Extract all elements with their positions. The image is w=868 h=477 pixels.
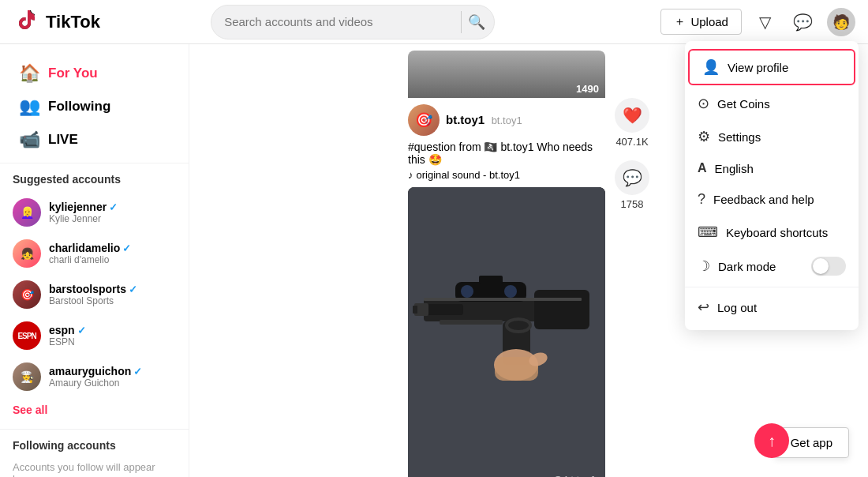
suggested-accounts-list: 👱‍♀️ kyliejenner ✓ Kylie Jenner 👧 charli… — [0, 192, 189, 397]
home-icon: 🏠 — [19, 63, 40, 84]
avatar-amauryguichon: 👨‍🍳 — [13, 362, 41, 391]
dropdown-english[interactable]: A English — [685, 153, 859, 183]
avatar-charlidamelio: 👧 — [13, 239, 41, 268]
see-all-button[interactable]: See all — [0, 397, 189, 423]
video-author-avatar[interactable]: 🎯 — [408, 104, 440, 136]
dropdown-menu: 👤 View profile ⊙ Get Coins ⚙ Settings A … — [685, 41, 859, 330]
main-nav: 🏠 For You 👥 Following 📹 LIVE — [0, 57, 189, 156]
user-icon: 👤 — [702, 58, 720, 76]
video-main-thumbnail[interactable]: @ bt.toy1 — [408, 187, 605, 477]
svg-rect-14 — [424, 298, 582, 301]
video-card: 1490 🎯 bt.toy1 bt.toy1 #question from 🏴‍… — [408, 51, 605, 477]
settings-icon: ⚙ — [698, 128, 710, 145]
nav-live[interactable]: 📹 LIVE — [6, 123, 182, 156]
following-hint: Accounts you follow will appear here — [0, 458, 189, 477]
header-right: ＋ Upload ▽ 💬 🧑 — [660, 8, 855, 36]
following-accounts-title: Following accounts — [0, 429, 189, 458]
logo-text: TikTok — [46, 12, 100, 32]
tiktok-logo-icon — [13, 8, 41, 36]
verified-badge: ✓ — [129, 284, 137, 295]
verified-badge: ✓ — [77, 325, 86, 336]
video-view-count: 1490 — [576, 83, 599, 95]
upload-button[interactable]: ＋ Upload — [660, 9, 742, 35]
comment-icon: 💬 — [615, 160, 649, 195]
svg-point-12 — [461, 285, 473, 298]
svg-rect-17 — [413, 306, 417, 314]
messages-icon-button[interactable]: 💬 — [789, 8, 817, 36]
dropdown-logout[interactable]: ↩ Log out — [685, 291, 859, 324]
video-area: 1490 🎯 bt.toy1 bt.toy1 #question from 🏴‍… — [408, 44, 649, 477]
video-author-row: 🎯 bt.toy1 bt.toy1 — [408, 104, 605, 136]
logout-icon: ↩ — [698, 299, 709, 316]
video-description: #question from 🏴‍☠️ bt.toy1 Who needs th… — [408, 141, 605, 166]
account-item-kyliejenner[interactable]: 👱‍♀️ kyliejenner ✓ Kylie Jenner — [0, 192, 189, 233]
inbox-icon-button[interactable]: ▽ — [751, 8, 780, 36]
logo-area: TikTok — [13, 8, 123, 36]
following-icon: 👥 — [19, 96, 40, 117]
moon-icon: ☽ — [698, 257, 710, 275]
video-sound: ♪ original sound - bt.toy1 — [408, 169, 605, 181]
svg-rect-5 — [479, 276, 503, 284]
search-input[interactable] — [211, 5, 495, 39]
music-note-icon: ♪ — [408, 169, 413, 181]
dropdown-view-profile[interactable]: 👤 View profile — [690, 51, 854, 84]
account-item-amauryguichon[interactable]: 👨‍🍳 amauryguichon ✓ Amaury Guichon — [0, 356, 189, 397]
dropdown-dark-mode[interactable]: ☽ Dark mode — [685, 249, 859, 284]
svg-rect-3 — [534, 290, 589, 329]
like-button[interactable]: ❤️ 407.1K — [615, 98, 649, 148]
account-item-barstoolsports[interactable]: 🎯 barstoolsports ✓ Barstool Sports — [0, 274, 189, 315]
avatar-espn: ESPN — [13, 321, 41, 350]
svg-rect-15 — [440, 320, 503, 325]
dropdown-divider — [685, 287, 859, 287]
video-thumbnail-top[interactable]: 1490 — [408, 51, 605, 98]
search-bar: 🔍 — [211, 5, 495, 39]
scroll-to-top-button[interactable]: ↑ — [754, 423, 789, 458]
plus-icon: ＋ — [674, 14, 686, 29]
sidebar: 🏠 For You 👥 Following 📹 LIVE Suggested a… — [0, 44, 189, 477]
help-icon: ? — [698, 191, 705, 208]
nav-for-you[interactable]: 🏠 For You — [6, 57, 182, 90]
dropdown-settings[interactable]: ⚙ Settings — [685, 120, 859, 153]
account-item-charlidamelio[interactable]: 👧 charlidamelio ✓ charli d'amelio — [0, 233, 189, 274]
live-icon: 📹 — [19, 130, 40, 150]
dropdown-get-coins[interactable]: ⊙ Get Coins — [685, 87, 859, 120]
verified-badge: ✓ — [122, 242, 131, 254]
language-icon: A — [698, 161, 707, 175]
coins-icon: ⊙ — [698, 95, 709, 112]
svg-point-13 — [504, 285, 517, 298]
nav-following[interactable]: 👥 Following — [6, 90, 182, 123]
heart-icon: ❤️ — [615, 98, 649, 133]
video-info: 🎯 bt.toy1 bt.toy1 #question from 🏴‍☠️ bt… — [408, 98, 605, 187]
dropdown-feedback[interactable]: ? Feedback and help — [685, 183, 859, 216]
dark-mode-toggle[interactable] — [811, 257, 846, 276]
verified-badge: ✓ — [133, 366, 142, 377]
search-icon[interactable]: 🔍 — [468, 13, 485, 31]
avatar-kyliejenner: 👱‍♀️ — [13, 198, 41, 227]
verified-badge: ✓ — [109, 201, 118, 213]
search-divider — [461, 11, 462, 33]
keyboard-icon: ⌨ — [698, 223, 718, 241]
toggle-knob — [813, 258, 829, 274]
comment-button[interactable]: 💬 1758 — [615, 160, 649, 210]
video-actions: ❤️ 407.1K 💬 1758 — [615, 51, 649, 477]
header: TikTok 🔍 ＋ Upload ▽ 💬 🧑 — [0, 0, 868, 44]
dropdown-keyboard[interactable]: ⌨ Keyboard shortcuts — [685, 216, 859, 249]
suggested-accounts-title: Suggested accounts — [0, 163, 189, 192]
profile-avatar-button[interactable]: 🧑 — [827, 8, 855, 36]
avatar-barstoolsports: 🎯 — [13, 280, 41, 309]
arrow-up-icon: ↑ — [768, 432, 776, 450]
account-item-espn[interactable]: ESPN espn ✓ ESPN — [0, 315, 189, 356]
